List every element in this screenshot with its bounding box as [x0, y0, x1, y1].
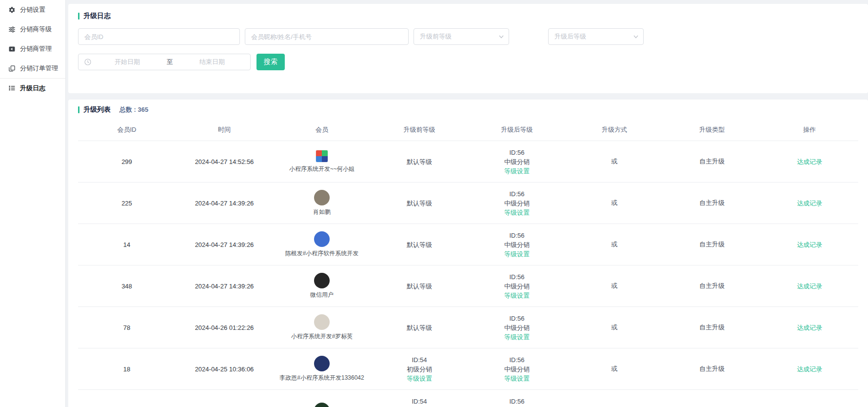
sidebar-item-list[interactable]: 升级日志 — [0, 78, 65, 98]
search-button[interactable]: 搜索 — [256, 54, 285, 70]
achieve-record-link[interactable]: 达成记录 — [797, 282, 822, 291]
level-before-cell: 默认等级 — [371, 183, 468, 224]
chevron-down-icon — [499, 35, 504, 39]
date-range-picker[interactable]: 开始日期 至 结束日期 — [78, 54, 251, 70]
column-header: 时间 — [176, 119, 273, 141]
achieve-record-link[interactable]: 达成记录 — [797, 199, 822, 208]
level-name: 默认等级 — [407, 282, 432, 291]
upgrade-method-cell: 或 — [566, 141, 663, 182]
level-settings-link[interactable]: 等级设置 — [504, 208, 530, 217]
sidebar-item-label: 分销设置 — [20, 5, 45, 14]
column-header: 会员 — [273, 119, 371, 141]
level-after-select[interactable]: 升级后等级 — [548, 28, 644, 45]
filter-row-1: 升级前等级 升级后等级 — [78, 28, 858, 45]
level-name: 中级分销 — [504, 157, 530, 166]
achieve-record-link[interactable]: 达成记录 — [797, 157, 822, 166]
column-header: 升级方式 — [566, 119, 663, 141]
level-settings-link[interactable]: 等级设置 — [504, 291, 530, 300]
date-end-placeholder[interactable]: 结束日期 — [178, 58, 246, 66]
upgrade-type-cell: 自主升级 — [663, 348, 761, 389]
upgrade-type-cell: 自主升级 — [663, 183, 761, 224]
table-body: 299 2024-04-27 14:52:56 小程序系统开发~~何小姐 默认等… — [78, 141, 858, 407]
level-id: ID:54 — [412, 355, 427, 365]
level-after-cell: ID:56中级分销等级设置 — [468, 307, 566, 348]
action-cell: 达成记录 — [761, 390, 858, 407]
member-avatar — [314, 356, 330, 371]
level-id: ID:56 — [509, 314, 524, 323]
title-accent-bar — [78, 13, 79, 20]
table-row: 14 2024-04-27 14:39:26 陈根发#小程序软件系统开发 默认等… — [78, 224, 858, 265]
sidebar-item-manage[interactable]: 分销商管理 — [0, 39, 65, 59]
level-id: ID:56 — [509, 231, 524, 240]
level-after-cell: ID:56中级分销等级设置 — [468, 265, 566, 306]
filter-card-title-row: 升级日志 — [78, 11, 858, 21]
level-id: ID:56 — [509, 397, 524, 406]
member-name: 小程序系统开发~~何小姐 — [289, 165, 355, 173]
level-before-cell: 默认等级 — [371, 141, 468, 182]
level-name: 中级分销 — [504, 365, 530, 374]
level-before-cell: 默认等级 — [371, 307, 468, 348]
sidebar-item-gear[interactable]: 分销设置 — [0, 0, 65, 20]
upgrade-method-cell: 或 — [566, 265, 663, 306]
member-id-cell: 78 — [78, 307, 176, 348]
table-header-row: 会员ID时间会员升级前等级升级后等级升级方式升级类型操作 — [78, 119, 858, 141]
upgrade-method-cell: 或 — [566, 183, 663, 224]
level-name: 初级分销 — [407, 365, 432, 374]
level-settings-link[interactable]: 等级设置 — [504, 249, 530, 259]
achieve-record-link[interactable]: 达成记录 — [797, 240, 822, 249]
upgrade-type-cell: 自主升级 — [663, 265, 761, 306]
page-title: 升级日志 — [83, 12, 111, 20]
main-content: 升级日志 升级前等级 升级后等级 开始日期 至 结束日期 — [66, 0, 868, 407]
member-id-input[interactable] — [78, 28, 240, 45]
action-cell: 达成记录 — [761, 224, 858, 265]
level-after-cell: ID:56中级分销等级设置 — [468, 141, 566, 182]
action-cell: 达成记录 — [761, 141, 858, 182]
level-settings-link[interactable]: 等级设置 — [504, 374, 530, 383]
column-header: 升级前等级 — [371, 119, 468, 141]
manage-icon — [8, 45, 16, 53]
level-after-placeholder: 升级后等级 — [554, 32, 586, 41]
upgrade-method-cell: 或 — [566, 307, 663, 348]
member-info-input[interactable] — [245, 28, 409, 45]
upgrade-type-cell: 自主升级 — [663, 390, 761, 407]
upgrade-type-cell: 自主升级 — [663, 224, 761, 265]
level-name: 默认等级 — [407, 199, 432, 208]
level-after-cell: ID:56中级分销等级设置 — [468, 348, 566, 389]
sidebar-item-label: 分销商等级 — [20, 25, 52, 34]
level-name: 默认等级 — [407, 157, 432, 166]
filter-card: 升级日志 升级前等级 升级后等级 开始日期 至 结束日期 — [68, 4, 868, 93]
member-cell: 李政恩#小程序系统开发1336042 — [273, 348, 371, 389]
member-name: 陈根发#小程序软件系统开发 — [285, 249, 359, 258]
level-name: 默认等级 — [407, 240, 432, 249]
level-after-cell: ID:56中级分销等级设置 — [468, 224, 566, 265]
member-avatar — [316, 150, 328, 163]
action-cell: 达成记录 — [761, 183, 858, 224]
action-cell: 达成记录 — [761, 265, 858, 306]
level-settings-link[interactable]: 等级设置 — [504, 332, 530, 342]
achieve-record-link[interactable]: 达成记录 — [797, 323, 822, 332]
list-card: 升级列表 总数 : 365 会员ID时间会员升级前等级升级后等级升级方式升级类型… — [68, 100, 868, 407]
table-row: 348 2024-04-27 14:39:26 微信用户 默认等级 ID:56中… — [78, 265, 858, 306]
level-settings-link[interactable]: 等级设置 — [407, 374, 432, 383]
level-name: 中级分销 — [504, 199, 530, 208]
sidebar-item-sliders[interactable]: 分销商等级 — [0, 20, 65, 39]
level-before-select[interactable]: 升级前等级 — [414, 28, 509, 45]
column-header: 操作 — [761, 119, 858, 141]
level-settings-link[interactable]: 等级设置 — [504, 166, 530, 176]
filter-row-2: 开始日期 至 结束日期 搜索 — [78, 54, 858, 70]
member-name: 微信用户 — [310, 291, 334, 299]
date-start-placeholder[interactable]: 开始日期 — [93, 58, 161, 66]
gear-icon — [8, 6, 16, 14]
time-cell: 2024-04-26 01:22:26 — [176, 307, 273, 348]
level-name: 中级分销 — [504, 240, 530, 249]
achieve-record-link[interactable]: 达成记录 — [797, 365, 822, 374]
upgrade-method-cell: 或 — [566, 224, 663, 265]
member-cell: 小程序系统开发#罗标英 — [273, 307, 371, 348]
level-id: ID:56 — [509, 189, 524, 199]
upgrade-method-cell: 或 — [566, 348, 663, 389]
clock-icon — [84, 59, 91, 65]
sidebar-item-orders[interactable]: 分销订单管理 — [0, 59, 65, 78]
member-name: 李政恩#小程序系统开发1336042 — [279, 374, 364, 382]
level-before-cell: ID:54初级分销等级设置 — [371, 348, 468, 389]
member-id-cell: 348 — [78, 265, 176, 306]
